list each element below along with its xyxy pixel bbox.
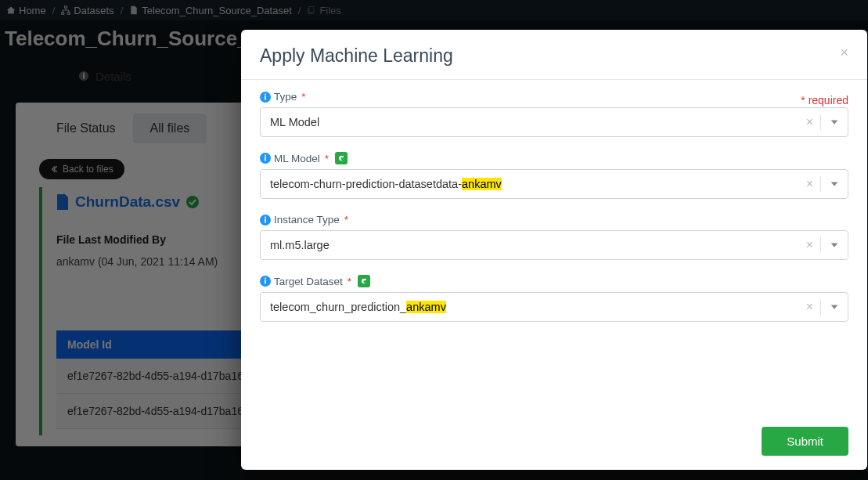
required-asterisk: * (348, 276, 351, 287)
refresh-button[interactable] (335, 152, 348, 164)
required-note: * required (801, 94, 848, 106)
chevron-down-icon[interactable] (829, 179, 840, 192)
svg-rect-14 (265, 280, 266, 283)
close-icon[interactable]: × (840, 45, 848, 60)
svg-rect-5 (265, 96, 266, 99)
ml-model-label-text: ML Model (274, 153, 320, 164)
select-divider (820, 114, 821, 130)
chevron-down-icon[interactable] (829, 240, 840, 253)
required-asterisk: * (344, 214, 348, 226)
target-dataset-select[interactable]: telecom_churn_prediction_ankamv × (260, 292, 848, 322)
type-select[interactable]: ML Model × (260, 107, 848, 137)
svg-rect-15 (265, 278, 266, 280)
instance-type-select-value: ml.m5.large (270, 239, 330, 251)
clear-icon[interactable]: × (806, 177, 813, 191)
target-dataset-label-text: Target Dataset (274, 276, 343, 287)
ml-model-select-value: telecom-churn-prediction-datasetdata-ank… (270, 178, 502, 190)
select-divider (820, 299, 821, 315)
submit-button[interactable]: Submit (762, 427, 848, 456)
required-asterisk: * (325, 153, 329, 164)
target-dataset-select-value: telecom_churn_prediction_ankamv (270, 301, 446, 313)
type-label: Type * (260, 91, 848, 103)
instance-type-select[interactable]: ml.m5.large × (260, 230, 848, 260)
refresh-icon (337, 154, 345, 162)
ml-model-label: ML Model * (260, 152, 848, 164)
apply-ml-modal: Apply Machine Learning × * required Type… (241, 30, 867, 470)
svg-rect-11 (265, 218, 266, 222)
clear-icon[interactable]: × (806, 300, 813, 314)
info-icon (260, 215, 271, 226)
refresh-icon (360, 277, 368, 285)
svg-rect-6 (265, 93, 266, 95)
svg-rect-12 (265, 216, 266, 218)
chevron-down-icon[interactable] (829, 301, 840, 315)
clear-icon[interactable]: × (806, 238, 813, 252)
chevron-down-icon[interactable] (829, 117, 840, 130)
instance-type-label: Instance Type * (260, 214, 848, 226)
type-select-value: ML Model (270, 116, 319, 128)
modal-title: Apply Machine Learning (260, 45, 453, 67)
svg-rect-8 (265, 157, 266, 161)
info-icon (260, 276, 271, 287)
select-divider (820, 237, 821, 253)
clear-icon[interactable]: × (806, 115, 813, 129)
refresh-button[interactable] (358, 275, 370, 287)
type-label-text: Type (274, 91, 297, 103)
info-icon (260, 153, 271, 164)
info-icon (260, 92, 271, 103)
ml-model-select[interactable]: telecom-churn-prediction-datasetdata-ank… (260, 169, 848, 199)
required-asterisk: * (301, 91, 305, 103)
select-divider (820, 176, 821, 192)
instance-type-label-text: Instance Type (274, 214, 340, 226)
target-dataset-label: Target Dataset * (260, 275, 848, 287)
svg-rect-9 (265, 155, 266, 157)
